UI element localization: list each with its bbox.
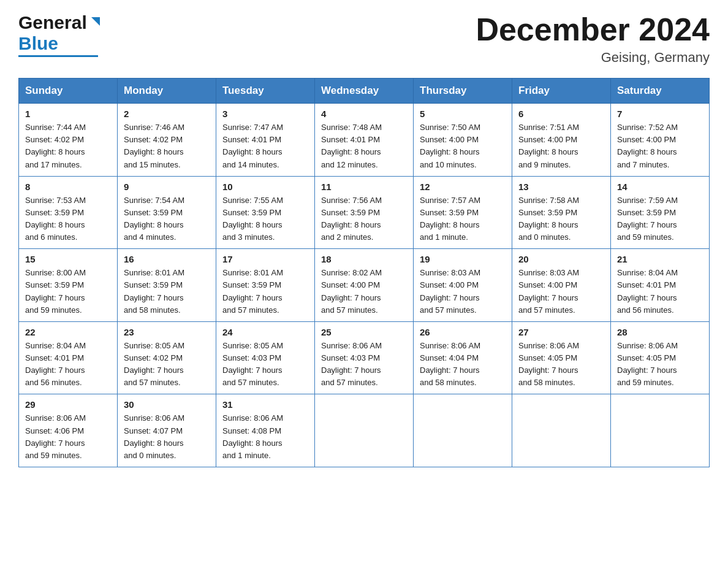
day-number: 14 (617, 182, 703, 192)
weekday-header-sunday: Sunday (19, 79, 118, 104)
day-number: 27 (518, 327, 604, 337)
day-info: Sunrise: 7:48 AM Sunset: 4:01 PM Dayligh… (321, 121, 407, 171)
weekday-header-wednesday: Wednesday (315, 79, 414, 104)
calendar-cell: 3 Sunrise: 7:47 AM Sunset: 4:01 PM Dayli… (216, 104, 315, 177)
day-info: Sunrise: 8:01 AM Sunset: 3:59 PM Dayligh… (222, 267, 308, 316)
calendar-cell: 19 Sunrise: 8:03 AM Sunset: 4:00 PM Dayl… (414, 249, 512, 322)
calendar-cell: 9 Sunrise: 7:54 AM Sunset: 3:59 PM Dayli… (118, 176, 216, 249)
day-info: Sunrise: 8:05 AM Sunset: 4:02 PM Dayligh… (124, 340, 210, 389)
calendar-cell (611, 394, 710, 467)
calendar-cell (512, 394, 611, 467)
calendar-cell: 28 Sunrise: 8:06 AM Sunset: 4:05 PM Dayl… (611, 321, 710, 394)
calendar-week-row: 1 Sunrise: 7:44 AM Sunset: 4:02 PM Dayli… (19, 104, 710, 177)
logo-top-row: General (18, 12, 102, 33)
day-info: Sunrise: 7:50 AM Sunset: 4:00 PM Dayligh… (420, 121, 506, 171)
day-number: 21 (617, 254, 703, 264)
calendar-week-row: 8 Sunrise: 7:53 AM Sunset: 3:59 PM Dayli… (19, 176, 710, 249)
logo-underline (18, 55, 98, 57)
day-info: Sunrise: 8:06 AM Sunset: 4:05 PM Dayligh… (518, 340, 604, 389)
weekday-header-monday: Monday (118, 79, 216, 104)
day-number: 28 (617, 327, 703, 337)
day-number: 24 (222, 327, 308, 337)
day-info: Sunrise: 8:04 AM Sunset: 4:01 PM Dayligh… (617, 267, 703, 316)
day-info: Sunrise: 8:00 AM Sunset: 3:59 PM Dayligh… (25, 267, 111, 316)
day-info: Sunrise: 8:04 AM Sunset: 4:01 PM Dayligh… (25, 340, 111, 389)
calendar-cell: 31 Sunrise: 8:06 AM Sunset: 4:08 PM Dayl… (216, 394, 315, 467)
calendar-cell: 13 Sunrise: 7:58 AM Sunset: 3:59 PM Dayl… (512, 176, 611, 249)
month-title: December 2024 (476, 12, 710, 47)
calendar-cell: 21 Sunrise: 8:04 AM Sunset: 4:01 PM Dayl… (611, 249, 710, 322)
calendar-cell: 16 Sunrise: 8:01 AM Sunset: 3:59 PM Dayl… (118, 249, 216, 322)
day-number: 30 (124, 399, 210, 410)
day-info: Sunrise: 8:06 AM Sunset: 4:06 PM Dayligh… (25, 412, 111, 462)
calendar-cell: 23 Sunrise: 8:05 AM Sunset: 4:02 PM Dayl… (118, 321, 216, 394)
calendar-cell: 27 Sunrise: 8:06 AM Sunset: 4:05 PM Dayl… (512, 321, 611, 394)
day-number: 19 (420, 254, 506, 264)
day-info: Sunrise: 8:06 AM Sunset: 4:03 PM Dayligh… (321, 340, 407, 389)
day-info: Sunrise: 7:55 AM Sunset: 3:59 PM Dayligh… (222, 194, 308, 244)
calendar-cell: 8 Sunrise: 7:53 AM Sunset: 3:59 PM Dayli… (19, 176, 118, 249)
calendar-cell: 24 Sunrise: 8:05 AM Sunset: 4:03 PM Dayl… (216, 321, 315, 394)
day-number: 2 (124, 109, 210, 119)
day-number: 20 (518, 254, 604, 264)
day-number: 16 (124, 254, 210, 264)
day-info: Sunrise: 8:03 AM Sunset: 4:00 PM Dayligh… (518, 267, 604, 316)
calendar-cell: 7 Sunrise: 7:52 AM Sunset: 4:00 PM Dayli… (611, 104, 710, 177)
day-info: Sunrise: 8:02 AM Sunset: 4:00 PM Dayligh… (321, 267, 407, 316)
calendar-cell: 11 Sunrise: 7:56 AM Sunset: 3:59 PM Dayl… (315, 176, 414, 249)
calendar-cell: 18 Sunrise: 8:02 AM Sunset: 4:00 PM Dayl… (315, 249, 414, 322)
calendar-cell: 6 Sunrise: 7:51 AM Sunset: 4:00 PM Dayli… (512, 104, 611, 177)
day-info: Sunrise: 7:57 AM Sunset: 3:59 PM Dayligh… (420, 194, 506, 244)
page-header: General Blue December 2024 Geising, Germ… (18, 12, 710, 66)
calendar-cell: 22 Sunrise: 8:04 AM Sunset: 4:01 PM Dayl… (19, 321, 118, 394)
day-info: Sunrise: 7:44 AM Sunset: 4:02 PM Dayligh… (25, 121, 111, 171)
day-number: 22 (25, 327, 111, 337)
logo-bottom-row: Blue (18, 33, 58, 54)
calendar-cell: 17 Sunrise: 8:01 AM Sunset: 3:59 PM Dayl… (216, 249, 315, 322)
day-info: Sunrise: 8:01 AM Sunset: 3:59 PM Dayligh… (124, 267, 210, 316)
day-number: 25 (321, 327, 407, 337)
weekday-header-row: SundayMondayTuesdayWednesdayThursdayFrid… (19, 79, 710, 104)
day-number: 7 (617, 109, 703, 119)
day-info: Sunrise: 7:52 AM Sunset: 4:00 PM Dayligh… (617, 121, 703, 171)
day-info: Sunrise: 8:06 AM Sunset: 4:05 PM Dayligh… (617, 340, 703, 389)
day-number: 26 (420, 327, 506, 337)
day-info: Sunrise: 7:56 AM Sunset: 3:59 PM Dayligh… (321, 194, 407, 244)
day-number: 9 (124, 182, 210, 192)
calendar-table: SundayMondayTuesdayWednesdayThursdayFrid… (18, 78, 710, 467)
calendar-cell (414, 394, 512, 467)
calendar-cell: 5 Sunrise: 7:50 AM Sunset: 4:00 PM Dayli… (414, 104, 512, 177)
calendar-cell: 29 Sunrise: 8:06 AM Sunset: 4:06 PM Dayl… (19, 394, 118, 467)
calendar-week-row: 29 Sunrise: 8:06 AM Sunset: 4:06 PM Dayl… (19, 394, 710, 467)
day-info: Sunrise: 7:53 AM Sunset: 3:59 PM Dayligh… (25, 194, 111, 244)
day-info: Sunrise: 7:51 AM Sunset: 4:00 PM Dayligh… (518, 121, 604, 171)
day-info: Sunrise: 8:05 AM Sunset: 4:03 PM Dayligh… (222, 340, 308, 389)
svg-marker-0 (91, 17, 100, 26)
day-number: 1 (25, 109, 111, 119)
day-info: Sunrise: 7:47 AM Sunset: 4:01 PM Dayligh… (222, 121, 308, 171)
calendar-cell: 1 Sunrise: 7:44 AM Sunset: 4:02 PM Dayli… (19, 104, 118, 177)
logo: General Blue (18, 12, 102, 57)
calendar-week-row: 15 Sunrise: 8:00 AM Sunset: 3:59 PM Dayl… (19, 249, 710, 322)
day-info: Sunrise: 8:03 AM Sunset: 4:00 PM Dayligh… (420, 267, 506, 316)
day-number: 4 (321, 109, 407, 119)
calendar-cell: 10 Sunrise: 7:55 AM Sunset: 3:59 PM Dayl… (216, 176, 315, 249)
weekday-header-friday: Friday (512, 79, 611, 104)
calendar-cell: 2 Sunrise: 7:46 AM Sunset: 4:02 PM Dayli… (118, 104, 216, 177)
calendar-cell: 20 Sunrise: 8:03 AM Sunset: 4:00 PM Dayl… (512, 249, 611, 322)
calendar-week-row: 22 Sunrise: 8:04 AM Sunset: 4:01 PM Dayl… (19, 321, 710, 394)
day-info: Sunrise: 7:46 AM Sunset: 4:02 PM Dayligh… (124, 121, 210, 171)
weekday-header-saturday: Saturday (611, 79, 710, 104)
day-number: 5 (420, 109, 506, 119)
day-number: 12 (420, 182, 506, 192)
day-number: 13 (518, 182, 604, 192)
calendar-cell (315, 394, 414, 467)
logo-blue-text: Blue (18, 33, 58, 54)
location-text: Geising, Germany (476, 50, 710, 66)
logo-arrow-icon (89, 15, 102, 31)
day-info: Sunrise: 7:59 AM Sunset: 3:59 PM Dayligh… (617, 194, 703, 244)
day-info: Sunrise: 8:06 AM Sunset: 4:04 PM Dayligh… (420, 340, 506, 389)
day-number: 31 (222, 399, 308, 410)
calendar-cell: 12 Sunrise: 7:57 AM Sunset: 3:59 PM Dayl… (414, 176, 512, 249)
day-number: 6 (518, 109, 604, 119)
